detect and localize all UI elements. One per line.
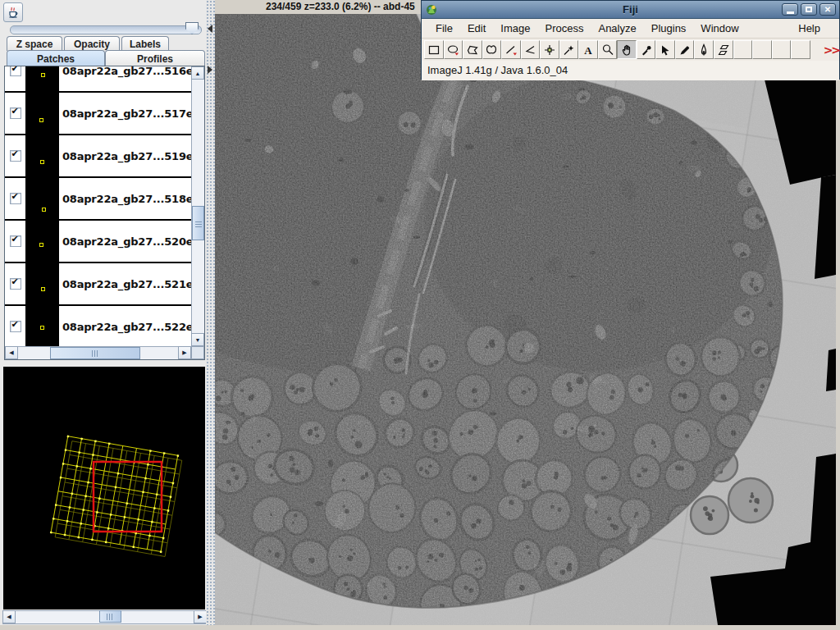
- tool-text[interactable]: A: [578, 40, 598, 59]
- em-mosaic-image[interactable]: [215, 14, 836, 625]
- menu-file[interactable]: File: [428, 21, 460, 36]
- tool-freehand[interactable]: [482, 40, 502, 59]
- navigator-overview[interactable]: [3, 367, 205, 609]
- z-depth-slider[interactable]: [8, 21, 203, 36]
- patch-thumbnail[interactable]: [25, 221, 59, 262]
- java-app-button[interactable]: [3, 2, 23, 22]
- patch-row[interactable]: ✔08apr22a_gb27...519ex.mr: [5, 135, 191, 178]
- thumbnail-tile-speck: [39, 118, 43, 122]
- patch-visible-checkbox[interactable]: ✔: [10, 235, 21, 247]
- tool-empty-slot[interactable]: [733, 40, 753, 59]
- tool-zoom[interactable]: [598, 40, 618, 59]
- patch-row[interactable]: ✔08apr22a_gb27...522ex.mr: [5, 306, 191, 346]
- quill-icon: [697, 43, 710, 57]
- patch-label[interactable]: 08apr22a_gb27...518ex.mr: [59, 178, 191, 219]
- menu-analyze[interactable]: Analyze: [591, 21, 643, 36]
- vertical-scroll-thumb[interactable]: [192, 206, 204, 240]
- patch-thumbnail[interactable]: [25, 178, 59, 219]
- patch-label[interactable]: 08apr22a_gb27...516ex.mr: [59, 66, 191, 91]
- scroll-left-button[interactable]: ◀: [2, 610, 16, 623]
- splitter-expand-icon[interactable]: [208, 66, 212, 74]
- tab-opacity[interactable]: Opacity: [64, 36, 120, 51]
- patch-visible-checkbox[interactable]: ✔: [10, 278, 21, 290]
- tool-rectangle[interactable]: [424, 40, 444, 59]
- panel-splitter[interactable]: [206, 0, 215, 625]
- menu-edit[interactable]: Edit: [460, 21, 493, 36]
- patch-thumbnail[interactable]: [25, 135, 59, 176]
- patch-row[interactable]: ✔08apr22a_gb27...518ex.mr: [5, 178, 191, 221]
- tab-profiles[interactable]: Profiles: [105, 50, 205, 66]
- tool-wand[interactable]: [559, 40, 579, 59]
- patch-row[interactable]: ✔08apr22a_gb27...517ex.mr: [5, 93, 191, 135]
- minimize-button[interactable]: [782, 3, 798, 16]
- menu-image[interactable]: Image: [493, 21, 537, 36]
- patch-visible-checkbox[interactable]: ✔: [10, 193, 21, 204]
- menu-help[interactable]: Help: [791, 21, 828, 36]
- tool-oval[interactable]: [444, 40, 463, 59]
- tool-polygon[interactable]: [463, 40, 482, 59]
- scroll-right-button[interactable]: ▶: [178, 346, 191, 359]
- patch-visibility-cell: ✔: [5, 306, 25, 346]
- patch-label[interactable]: 08apr22a_gb27...522ex.mr: [59, 306, 191, 346]
- patch-list-vertical-scrollbar[interactable]: ▲ ▼: [191, 66, 204, 346]
- patch-visible-checkbox[interactable]: ✔: [10, 107, 21, 119]
- thumbnail-tile-speck: [39, 243, 43, 247]
- fiji-menubar: FileEditImageProcessAnalyzePluginsWindow…: [422, 19, 839, 39]
- z-slider-track[interactable]: [10, 25, 202, 34]
- patch-row[interactable]: ✔08apr22a_gb27...520ex.mr: [5, 221, 191, 263]
- tool-empty-slot[interactable]: [791, 40, 810, 59]
- fiji-titlebar[interactable]: Fiji ✕: [422, 1, 839, 19]
- patch-label[interactable]: 08apr22a_gb27...519ex.mr: [59, 135, 191, 176]
- patch-visible-checkbox[interactable]: ✔: [10, 321, 21, 332]
- tab-z-space[interactable]: Z space: [7, 36, 62, 51]
- patch-thumbnail[interactable]: [25, 306, 59, 346]
- em-canvas[interactable]: [215, 14, 836, 625]
- tool-arrow[interactable]: [655, 40, 675, 59]
- maximize-button[interactable]: [801, 3, 817, 16]
- checkmark-icon: ✔: [11, 319, 19, 330]
- menu-window[interactable]: Window: [693, 21, 746, 36]
- scroll-right-button[interactable]: ▶: [194, 610, 207, 623]
- scroll-down-button[interactable]: ▼: [191, 333, 204, 346]
- horizontal-scroll-thumb[interactable]: [50, 347, 140, 359]
- patch-visible-checkbox[interactable]: ✔: [10, 66, 21, 76]
- patch-row[interactable]: ✔08apr22a_gb27...516ex.mr: [5, 66, 191, 93]
- tool-dropper[interactable]: [637, 40, 656, 59]
- tool-empty-slot[interactable]: [752, 40, 772, 59]
- tab-patches[interactable]: Patches: [7, 50, 105, 66]
- java-coffee-icon: [7, 6, 20, 19]
- patch-visibility-cell: ✔: [5, 221, 25, 262]
- scroll-left-button[interactable]: ◀: [5, 346, 18, 359]
- close-button[interactable]: ✕: [819, 3, 836, 16]
- navigator-panel[interactable]: [3, 367, 205, 609]
- patch-thumbnail[interactable]: [25, 93, 59, 134]
- patch-row[interactable]: ✔08apr22a_gb27...521ex.mr: [5, 263, 191, 306]
- patch-thumbnail[interactable]: [25, 263, 59, 304]
- patch-label[interactable]: 08apr22a_gb27...517ex.mr: [59, 93, 191, 134]
- horizontal-scroll-thumb[interactable]: [99, 610, 121, 623]
- tool-angle[interactable]: [521, 40, 541, 59]
- tool-point[interactable]: [540, 40, 559, 59]
- scroll-up-button[interactable]: ▲: [191, 66, 204, 80]
- patch-label[interactable]: 08apr22a_gb27...520ex.mr: [59, 221, 191, 262]
- tool-quill[interactable]: [694, 40, 714, 59]
- navigator-horizontal-scrollbar[interactable]: ◀ ▶: [2, 610, 207, 624]
- line-icon: [504, 43, 518, 57]
- patch-label[interactable]: 08apr22a_gb27...521ex.mr: [59, 263, 191, 304]
- patch-list-horizontal-scrollbar[interactable]: ◀ ▶: [5, 346, 191, 359]
- splitter-collapse-icon[interactable]: [208, 25, 212, 33]
- more-tools-button[interactable]: >>: [824, 43, 839, 57]
- patch-visible-checkbox[interactable]: ✔: [10, 150, 21, 162]
- patch-thumbnail[interactable]: [25, 66, 59, 91]
- menu-process[interactable]: Process: [538, 21, 591, 36]
- arrow-icon: [659, 43, 672, 57]
- tool-parallelogram[interactable]: [714, 40, 733, 59]
- tab-labels[interactable]: Labels: [121, 36, 169, 51]
- window-controls: ✕: [782, 3, 836, 16]
- wand-icon: [562, 43, 575, 57]
- tool-pencil[interactable]: [675, 40, 695, 59]
- tool-empty-slot[interactable]: [772, 40, 792, 59]
- tool-hand[interactable]: [617, 40, 637, 59]
- menu-plugins[interactable]: Plugins: [644, 21, 694, 36]
- tool-line[interactable]: [501, 40, 521, 59]
